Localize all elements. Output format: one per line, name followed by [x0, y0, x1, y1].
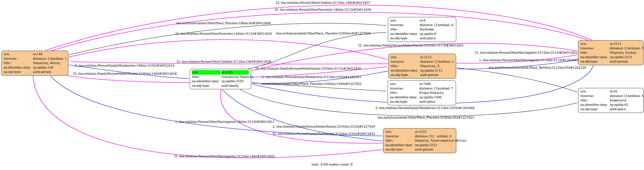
field-value-text: distance: [1] — [610, 94, 629, 98]
field-value: oi:3123 — [415, 130, 454, 134]
field-value-text: distance: [1] — [420, 59, 439, 64]
field-value: rg-opidix-3105 — [222, 79, 249, 83]
node-row: title::Νόμπελη, Ειρήνη — [578, 50, 643, 55]
node-oi-3113[interactable]: urn:oi:3113traverse:distance: [1]ordinal… — [578, 40, 644, 65]
node-row: traverse:distance: [1]ordinal: 7 — [388, 86, 456, 91]
field-key: ea:identifier:ukey — [390, 95, 418, 100]
field-value-text: Νόμπελης, Ζ. — [420, 64, 440, 68]
field-value: Οικογένεια Νόμπελη — [222, 75, 253, 79]
field-key: ea:identifier:ukey — [386, 143, 414, 147]
field-value-text: oi:3105 — [222, 70, 233, 75]
field-key: ea:identifier:ukey — [391, 68, 419, 73]
field-key: ea:obj-type: — [192, 83, 220, 88]
field-key: ea:identifier:ukey — [390, 32, 419, 36]
field-value-ordinal: ordinal: 7 — [438, 86, 456, 91]
node-oi-3105[interactable]: urn:oi:3105title::Οικογένεια Νόμπεληea:i… — [190, 69, 251, 89]
node-row: title::Νόμπελης, Φώτης — [2, 61, 68, 65]
field-value-text: oi:3113 — [610, 42, 621, 46]
root-summary: root: 3105 nodes count: 8 — [312, 163, 353, 166]
field-value: rg-opidix-146 — [33, 65, 66, 70]
edge-label-l3: ‡ea:authAssociated:OtherPlace_Place‡oi:1… — [176, 21, 271, 25]
field-value: rg-opidix-8 — [420, 32, 454, 36]
field-key: title:: — [390, 27, 419, 32]
field-value-text: rg-opidix-8 — [420, 32, 436, 36]
node-row: urn:oi:3105 — [190, 70, 251, 75]
node-row: ea:identifier:ukeyrg-opidix-3123 — [384, 143, 456, 147]
field-key: traverse: — [390, 86, 418, 91]
field-value-text: oi:3123 — [415, 130, 426, 134]
field-key: ea:obj-type: — [580, 59, 609, 64]
field-value-ordinal: ordinal: 6 — [439, 23, 456, 27]
node-row: traverse:distance: [1]ordinal: 1 — [2, 56, 68, 61]
node-row: traverse:distance: [1]ordinal: 4 — [384, 134, 456, 139]
field-value-text: distance: [1] — [420, 86, 438, 91]
field-value-text: rg-opidix-3123 — [415, 143, 437, 147]
field-value: Νόμπελη, Ειρήνη — [610, 50, 641, 55]
field-key: ea:obj-type: — [580, 107, 609, 112]
node-oi-3112[interactable]: urn:oi:3112traverse:distance: [1]ordinal… — [388, 54, 456, 79]
node-row: ea:obj-type:auth-place — [388, 36, 456, 41]
field-value-text: Νόμπελη, Ειρήνη — [610, 50, 636, 55]
field-value-ordinal: ordinal: 3 — [629, 46, 644, 51]
field-value: oi:3105 — [222, 70, 249, 75]
node-row: ea:obj-type:auth-person — [389, 73, 456, 77]
field-key: ea:identifier:ukey — [4, 65, 32, 70]
field-key: ea:obj-type: — [386, 147, 414, 152]
field-value: distance: [1]ordinal: 3 — [610, 46, 644, 51]
edge-auth-associated-place-146-8 — [69, 23, 386, 55]
field-key: urn: — [580, 89, 609, 94]
field-value-text: distance: [1] — [33, 56, 52, 61]
field-value-text: Χαλάνδρι — [420, 27, 434, 32]
field-key: ea:identifier:ukey — [580, 55, 609, 59]
node-oi-8[interactable]: urn:oi:8traverse:distance: [1]ordinal: 6… — [388, 17, 456, 42]
field-key: urn: — [391, 55, 419, 59]
node-row: traverse:distance: [1]ordinal: 3 — [578, 46, 643, 51]
field-value: oi:3113 — [610, 42, 641, 46]
field-value-text: auth-person — [33, 70, 51, 74]
field-key: ea:obj-type: — [390, 36, 419, 41]
field-value: oi:3112 — [420, 55, 454, 59]
node-oi-92[interactable]: urn:oi:92traverse:distance: [1]ordinal: … — [578, 88, 644, 113]
edge-label-l19: 2: ‡ea:relation:FamilyPersonMeberHas‡oi:… — [272, 125, 375, 128]
node-row: traverse:distance: [1]ordinal: 2 — [389, 59, 456, 64]
field-key: urn: — [4, 52, 32, 56]
field-key: traverse: — [386, 134, 414, 139]
node-oi-146[interactable]: urn:oi:146traverse:distance: [1]ordinal:… — [1, 51, 68, 76]
field-value-text: auth-family — [222, 83, 239, 88]
field-key: title:: — [391, 64, 419, 68]
node-row: urn:oi:1500 — [388, 82, 456, 86]
node-row: urn:oi:3123 — [384, 130, 456, 134]
node-oi-1500[interactable]: urn:oi:1500traverse:distance: [1]ordinal… — [388, 80, 456, 105]
node-row: ea:identifier:ukeyrg-opidix-3105 — [190, 79, 251, 83]
field-key: title:: — [580, 50, 609, 55]
node-row: traverse:distance: [1]ordinal: 6 — [388, 23, 456, 27]
field-value-text: Νόμπελης, Φώτης — [33, 61, 60, 65]
node-row: ea:obj-type:auth-person — [2, 70, 68, 74]
edge-label-l9: ‡ea:authPersonAssociated:Place_Birth‡oi:… — [488, 66, 586, 69]
field-value-text: oi:1500 — [420, 82, 431, 86]
edge-person-other-parent-146-3112 — [69, 40, 387, 59]
field-value: distance: [1]ordinal: 7 — [420, 86, 456, 91]
edge-label-l20: I2: ‡ea:relation:PersonFamilyMember‡oi:3… — [272, 132, 375, 136]
field-value-text: distance: [1] — [420, 23, 439, 27]
field-value-text: Νόμπελη, Τριανταφυλλιά (Φιλιώ) — [415, 138, 466, 143]
field-value: auth-place — [420, 100, 454, 104]
node-row: urn:oi:3112 — [389, 55, 456, 59]
field-value: oi:146 — [33, 52, 66, 56]
field-value: auth-family — [222, 83, 249, 88]
field-key: ea:obj-type: — [390, 100, 418, 104]
field-value: distance: [1]ordinal: 2 — [420, 59, 456, 64]
node-oi-3123[interactable]: urn:oi:3123traverse:distance: [1]ordinal… — [383, 128, 456, 153]
field-value: auth-person — [420, 73, 454, 77]
field-key: urn: — [386, 130, 414, 134]
node-row: ea:obj-type:auth-place — [578, 107, 643, 112]
edge-label-l13: I2: ‡ea:relation:FamilyPersonMeberHas‡oi… — [256, 67, 361, 70]
field-value: rg-opidix-3112 — [420, 68, 454, 73]
field-value: rg-opidix-1500 — [420, 95, 454, 100]
field-key: ea:identifier:ukey — [580, 103, 609, 107]
edge-label-l1: I2: ‡ea:relation:PersonOtherChild‡oi:311… — [276, 1, 370, 5]
field-key: ea:identifier:ukey — [192, 79, 220, 83]
field-value: distance: [1]ordinal: 1 — [33, 56, 69, 61]
node-row: urn:oi:146 — [2, 52, 68, 56]
node-row: title::Κτήμα Νόμπελη — [388, 91, 456, 95]
